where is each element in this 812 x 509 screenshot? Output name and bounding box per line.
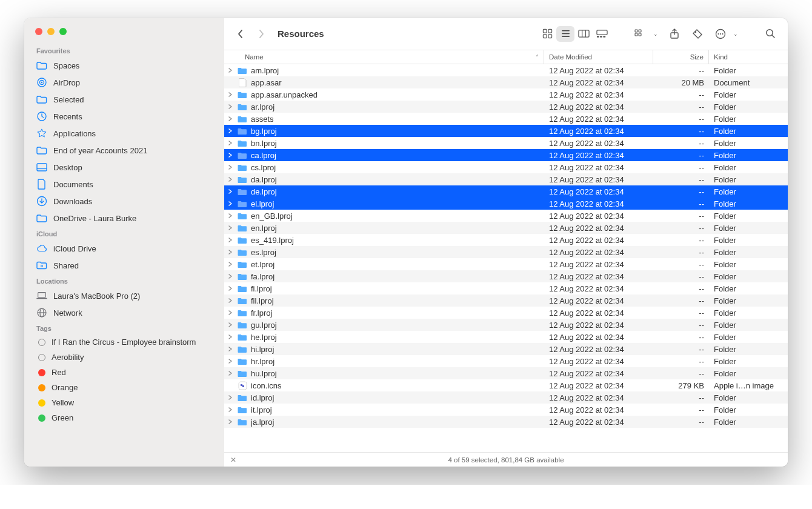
disclosure-triangle-icon[interactable] [228, 262, 236, 267]
column-view-button[interactable] [574, 26, 593, 42]
share-button[interactable] [665, 26, 684, 42]
file-row[interactable]: en.lproj12 Aug 2022 at 02:34--Folder [224, 222, 788, 234]
disclosure-triangle-icon[interactable] [228, 250, 236, 254]
disclosure-triangle-icon[interactable] [228, 201, 236, 206]
file-list[interactable]: am.lproj12 Aug 2022 at 02:34--Folderapp.… [224, 64, 788, 452]
file-row[interactable]: fi.lproj12 Aug 2022 at 02:34--Folder [224, 282, 788, 294]
nav-forward-button[interactable] [253, 25, 269, 42]
action-menu-button[interactable] [711, 26, 730, 42]
sidebar-item[interactable]: Recents [24, 108, 224, 125]
file-row[interactable]: cs.lproj12 Aug 2022 at 02:34--Folder [224, 161, 788, 173]
disclosure-triangle-icon[interactable] [228, 407, 236, 412]
file-row[interactable]: fil.lproj12 Aug 2022 at 02:34--Folder [224, 294, 788, 307]
disclosure-triangle-icon[interactable] [228, 213, 236, 218]
file-row[interactable]: gu.lproj12 Aug 2022 at 02:34--Folder [224, 319, 788, 331]
file-row[interactable]: icon.icns12 Aug 2022 at 02:34279 KBApple… [224, 379, 788, 391]
file-row[interactable]: el.lproj12 Aug 2022 at 02:34--Folder [224, 198, 788, 210]
disclosure-triangle-icon[interactable] [228, 141, 236, 145]
file-row[interactable]: ca.lproj12 Aug 2022 at 02:34--Folder [224, 149, 788, 161]
file-row[interactable]: app.asar12 Aug 2022 at 02:3420 MBDocumen… [224, 76, 788, 88]
disclosure-triangle-icon[interactable] [228, 68, 236, 73]
sidebar-item[interactable]: If I Ran the Circus - Employee brainstor… [24, 334, 224, 350]
file-row[interactable]: am.lproj12 Aug 2022 at 02:34--Folder [224, 64, 788, 76]
sidebar-item[interactable]: Applications [24, 125, 224, 142]
file-row[interactable]: es.lproj12 Aug 2022 at 02:34--Folder [224, 246, 788, 258]
file-row[interactable]: et.lproj12 Aug 2022 at 02:34--Folder [224, 258, 788, 270]
group-by-button[interactable] [631, 26, 650, 42]
sidebar-item[interactable]: Selected [24, 91, 224, 108]
disclosure-triangle-icon[interactable] [228, 116, 236, 121]
file-row[interactable]: de.lproj12 Aug 2022 at 02:34--Folder [224, 185, 788, 198]
disclosure-triangle-icon[interactable] [228, 334, 236, 339]
nav-back-button[interactable] [233, 25, 248, 42]
disclosure-triangle-icon[interactable] [228, 310, 236, 315]
disclosure-triangle-icon[interactable] [228, 286, 236, 291]
sidebar-item[interactable]: Desktop [24, 159, 224, 176]
file-row[interactable]: hu.lproj12 Aug 2022 at 02:34--Folder [224, 367, 788, 379]
file-row[interactable]: hi.lproj12 Aug 2022 at 02:34--Folder [224, 343, 788, 355]
disclosure-triangle-icon[interactable] [228, 274, 236, 279]
file-row[interactable]: ar.lproj12 Aug 2022 at 02:34--Folder [224, 101, 788, 113]
sidebar-item[interactable]: Aerobility [24, 350, 224, 365]
file-date: 12 Aug 2022 at 02:34 [544, 211, 653, 221]
sidebar-item[interactable]: Yellow [24, 395, 224, 410]
disclosure-triangle-icon[interactable] [228, 225, 236, 230]
file-row[interactable]: id.lproj12 Aug 2022 at 02:34--Folder [224, 391, 788, 404]
tags-button[interactable] [688, 26, 707, 42]
sidebar-item[interactable]: Shared [24, 257, 224, 274]
gallery-view-button[interactable] [593, 26, 611, 42]
sidebar-item[interactable]: OneDrive - Laura Burke [24, 210, 224, 227]
column-header-size[interactable]: Size [653, 50, 709, 64]
column-header-kind[interactable]: Kind [709, 50, 788, 64]
minimize-window-button[interactable] [47, 28, 55, 35]
disclosure-triangle-icon[interactable] [228, 104, 236, 109]
file-row[interactable]: it.lproj12 Aug 2022 at 02:34--Folder [224, 404, 788, 416]
svg-point-33 [717, 33, 719, 34]
file-row[interactable]: fa.lproj12 Aug 2022 at 02:34--Folder [224, 270, 788, 282]
disclosure-triangle-icon[interactable] [228, 395, 236, 400]
fullscreen-window-button[interactable] [59, 28, 67, 35]
disclosure-triangle-icon[interactable] [228, 92, 236, 97]
list-view-button[interactable] [556, 26, 574, 42]
file-row[interactable]: hr.lproj12 Aug 2022 at 02:34--Folder [224, 355, 788, 367]
sidebar-item[interactable]: Green [24, 410, 224, 425]
disclosure-triangle-icon[interactable] [228, 189, 236, 194]
search-button[interactable] [761, 26, 779, 42]
disclosure-triangle-icon[interactable] [228, 165, 236, 170]
sidebar-item[interactable]: AirDrop [24, 74, 224, 91]
sidebar-item[interactable]: Orange [24, 380, 224, 395]
file-row[interactable]: es_419.lproj12 Aug 2022 at 02:34--Folder [224, 234, 788, 246]
file-row[interactable]: bn.lproj12 Aug 2022 at 02:34--Folder [224, 137, 788, 149]
file-row[interactable]: fr.lproj12 Aug 2022 at 02:34--Folder [224, 307, 788, 319]
file-row[interactable]: en_GB.lproj12 Aug 2022 at 02:34--Folder [224, 210, 788, 222]
sidebar-item[interactable]: Spaces [24, 57, 224, 74]
file-row[interactable]: he.lproj12 Aug 2022 at 02:34--Folder [224, 331, 788, 343]
column-header-name[interactable]: Name ˄ [224, 50, 544, 64]
disclosure-triangle-icon[interactable] [228, 322, 236, 327]
column-header-date[interactable]: Date Modified [544, 50, 653, 64]
sidebar-item[interactable]: Documents [24, 176, 224, 193]
disclosure-triangle-icon[interactable] [228, 177, 236, 182]
file-row[interactable]: ja.lproj12 Aug 2022 at 02:34--Folder [224, 416, 788, 428]
close-window-button[interactable] [35, 28, 42, 35]
file-row[interactable]: app.asar.unpacked12 Aug 2022 at 02:34--F… [224, 88, 788, 101]
sidebar-item[interactable]: iCloud Drive [24, 240, 224, 257]
disclosure-triangle-icon[interactable] [228, 238, 236, 242]
disclosure-triangle-icon[interactable] [228, 153, 236, 158]
disclosure-triangle-icon[interactable] [228, 419, 236, 424]
disclosure-triangle-icon[interactable] [228, 347, 236, 351]
file-row[interactable]: bg.lproj12 Aug 2022 at 02:34--Folder [224, 125, 788, 137]
disclosure-triangle-icon[interactable] [228, 128, 236, 133]
file-row[interactable]: da.lproj12 Aug 2022 at 02:34--Folder [224, 173, 788, 185]
sidebar-item[interactable]: End of year Accounts 2021 [24, 142, 224, 159]
file-row[interactable]: assets12 Aug 2022 at 02:34--Folder [224, 113, 788, 125]
disclosure-triangle-icon[interactable] [228, 298, 236, 303]
sidebar-item[interactable]: Red [24, 365, 224, 380]
sidebar-item[interactable]: Downloads [24, 193, 224, 210]
path-bar-close-button[interactable]: ✕ [230, 456, 236, 464]
sidebar-item[interactable]: Network [24, 304, 224, 321]
icon-view-button[interactable] [538, 26, 556, 42]
disclosure-triangle-icon[interactable] [228, 359, 236, 364]
sidebar-item[interactable]: Laura's MacBook Pro (2) [24, 287, 224, 304]
disclosure-triangle-icon[interactable] [228, 371, 236, 376]
